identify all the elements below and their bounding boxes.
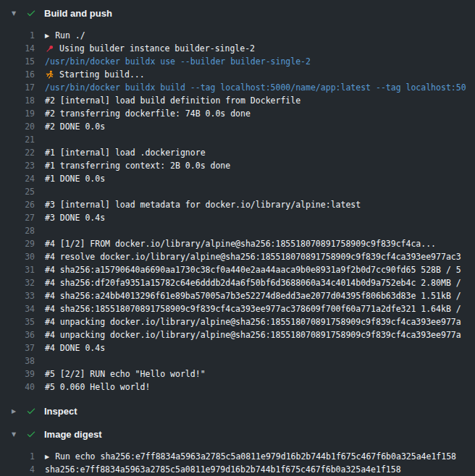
- log-line-text: #4 sha256:a15790640a6690aa1730c38cf0a440…: [45, 265, 461, 275]
- log-line: 32 #4 sha256:df20fa9351a15782c64e6dddb2d…: [0, 276, 475, 289]
- line-number[interactable]: 26: [0, 200, 35, 210]
- line-number[interactable]: 21: [0, 135, 35, 145]
- triangle-right-icon[interactable]: ▶: [12, 408, 22, 415]
- line-number[interactable]: 22: [0, 148, 35, 158]
- line-number[interactable]: 15: [0, 56, 35, 67]
- log-line-text: #3 DONE 0.4s: [45, 213, 105, 223]
- line-number[interactable]: 30: [0, 252, 35, 262]
- log-line: 18 #2 [internal] load build definition f…: [0, 94, 475, 107]
- line-number[interactable]: 4: [0, 464, 35, 475]
- line-number[interactable]: 18: [0, 95, 35, 106]
- log-line: 1 ▶Run ./: [0, 29, 475, 42]
- log-block-image-digest: 1 ▶Run echo sha256:e7ff8834a5963a2785c5a…: [0, 450, 475, 476]
- line-number[interactable]: 33: [0, 291, 35, 301]
- line-number[interactable]: 17: [0, 82, 35, 93]
- log-line: 25: [0, 185, 475, 198]
- log-text: #4 DONE 0.4s: [45, 343, 105, 353]
- log-line-text: #2 [internal] load build definition from…: [45, 95, 300, 106]
- section-header-inspect[interactable]: ▶ Inspect: [0, 399, 475, 422]
- log-block-build-and-push: 1 ▶Run ./ 14 Using builder instance buil…: [0, 29, 475, 394]
- line-number[interactable]: 29: [0, 239, 35, 249]
- log-line-text: Starting build...: [59, 69, 145, 80]
- log-text: #4 unpacking docker.io/library/alpine@sh…: [45, 317, 461, 327]
- log-line: 19 #2 transferring dockerfile: 74B 0.0s …: [0, 107, 475, 120]
- log-text: #4 sha256:df20fa9351a15782c64e6dddb2d4a6…: [45, 278, 461, 288]
- line-number[interactable]: 16: [0, 69, 35, 80]
- section-inspect: ▶ Inspect: [0, 399, 475, 422]
- log-text: ▶Run ./: [45, 30, 85, 41]
- line-number[interactable]: 23: [0, 161, 35, 171]
- log-text: #1 [internal] load .dockerignore: [45, 148, 206, 158]
- log-text: #1 DONE 0.0s: [45, 174, 105, 184]
- log-line-text: #4 resolve docker.io/library/alpine@sha2…: [45, 252, 461, 262]
- check-icon: [26, 429, 36, 439]
- log-line: 36 #4 unpacking docker.io/library/alpine…: [0, 328, 475, 341]
- log-text: #3 [internal] load metadata for docker.i…: [45, 200, 361, 210]
- log-line-text: #3 [internal] load metadata for docker.i…: [45, 200, 361, 210]
- log-line-text: /usr/bin/docker buildx use --builder bui…: [45, 56, 311, 67]
- run-expand-icon[interactable]: ▶: [45, 33, 49, 39]
- line-number[interactable]: 20: [0, 122, 35, 132]
- log-line: 17 /usr/bin/docker buildx build --tag lo…: [0, 81, 475, 94]
- section-title: Build and push: [44, 8, 112, 19]
- log-line: 23 #1 transferring context: 2B 0.0s done: [0, 159, 475, 172]
- line-number[interactable]: 38: [0, 356, 35, 366]
- section-build-and-push: ▼ Build and push 1 ▶Run ./ 14 Using buil…: [0, 1, 475, 394]
- log-line: 40 #5 0.060 Hello world!: [0, 381, 475, 394]
- line-number[interactable]: 27: [0, 213, 35, 223]
- log-text: ▶Run echo sha256:e7ff8834a5963a2785c5a08…: [45, 451, 456, 462]
- log-text: /usr/bin/docker buildx build --tag local…: [45, 82, 466, 93]
- line-number[interactable]: 24: [0, 174, 35, 184]
- line-number[interactable]: 1: [0, 30, 35, 41]
- line-number[interactable]: 37: [0, 343, 35, 353]
- log-text: #4 sha256:a24bb4013296f61e89ba57005a7b3e…: [45, 291, 461, 301]
- log-line-text: sha256:e7ff8834a5963a2785c5a0811e979d16b…: [45, 464, 401, 475]
- log-line: 31 #4 sha256:a15790640a6690aa1730c38cf0a…: [0, 263, 475, 276]
- log-line: 20 #2 DONE 0.0s: [0, 120, 475, 133]
- log-text: #5 0.060 Hello world!: [45, 382, 150, 392]
- section-header-image-digest[interactable]: ▼ Image digest: [0, 422, 475, 446]
- line-number[interactable]: 28: [0, 226, 35, 236]
- log-line-text: #4 unpacking docker.io/library/alpine@sh…: [45, 317, 461, 327]
- line-number[interactable]: 19: [0, 109, 35, 119]
- run-command-text: Run ./: [55, 30, 85, 41]
- log-line-text: #4 sha256:a24bb4013296f61e89ba57005a7b3e…: [45, 291, 461, 301]
- line-number[interactable]: 25: [0, 187, 35, 197]
- line-number[interactable]: 35: [0, 317, 35, 327]
- line-number[interactable]: 32: [0, 278, 35, 288]
- line-number[interactable]: 34: [0, 304, 35, 314]
- log-line-text: #2 DONE 0.0s: [45, 122, 105, 132]
- line-number[interactable]: 36: [0, 330, 35, 340]
- log-text: #4 resolve docker.io/library/alpine@sha2…: [45, 252, 461, 262]
- log-line: 37 #4 DONE 0.4s: [0, 341, 475, 354]
- log-line: 34 #4 sha256:185518070891758909c9f839cf4…: [0, 302, 475, 315]
- log-line: 4 sha256:e7ff8834a5963a2785c5a0811e979d1…: [0, 463, 475, 476]
- log-line-text: /usr/bin/docker buildx build --tag local…: [45, 82, 466, 93]
- log-line-text: #1 DONE 0.0s: [45, 174, 105, 184]
- line-number[interactable]: 31: [0, 265, 35, 275]
- log-line: 38: [0, 354, 475, 367]
- triangle-down-icon[interactable]: ▼: [12, 10, 22, 17]
- section-header-build-and-push[interactable]: ▼ Build and push: [0, 1, 475, 25]
- log-line: 16 Starting build...: [0, 68, 475, 81]
- triangle-down-icon[interactable]: ▼: [12, 431, 22, 438]
- section-title: Inspect: [44, 406, 77, 417]
- log-text: #5 [2/2] RUN echo "Hello world!": [45, 369, 206, 379]
- log-line: 1 ▶Run echo sha256:e7ff8834a5963a2785c5a…: [0, 450, 475, 463]
- pushpin-icon: [45, 44, 54, 54]
- line-number[interactable]: 14: [0, 43, 35, 54]
- log-text: sha256:e7ff8834a5963a2785c5a0811e979d16b…: [45, 464, 401, 475]
- line-number[interactable]: 40: [0, 382, 35, 392]
- line-number[interactable]: 39: [0, 369, 35, 379]
- log-line: 29 #4 [1/2] FROM docker.io/library/alpin…: [0, 237, 475, 250]
- check-icon: [26, 406, 36, 416]
- log-line: 14 Using builder instance builder-single…: [0, 42, 475, 55]
- workflow-log-viewer: ▼ Build and push 1 ▶Run ./ 14 Using buil…: [0, 0, 475, 476]
- log-line-text: #4 unpacking docker.io/library/alpine@sh…: [45, 330, 461, 340]
- section-title: Image digest: [44, 429, 101, 440]
- log-line-text: #5 0.060 Hello world!: [45, 382, 150, 392]
- line-number[interactable]: 1: [0, 451, 35, 462]
- log-text: #4 unpacking docker.io/library/alpine@sh…: [45, 330, 461, 340]
- log-text: /usr/bin/docker buildx use --builder bui…: [45, 56, 311, 67]
- run-expand-icon[interactable]: ▶: [45, 454, 49, 460]
